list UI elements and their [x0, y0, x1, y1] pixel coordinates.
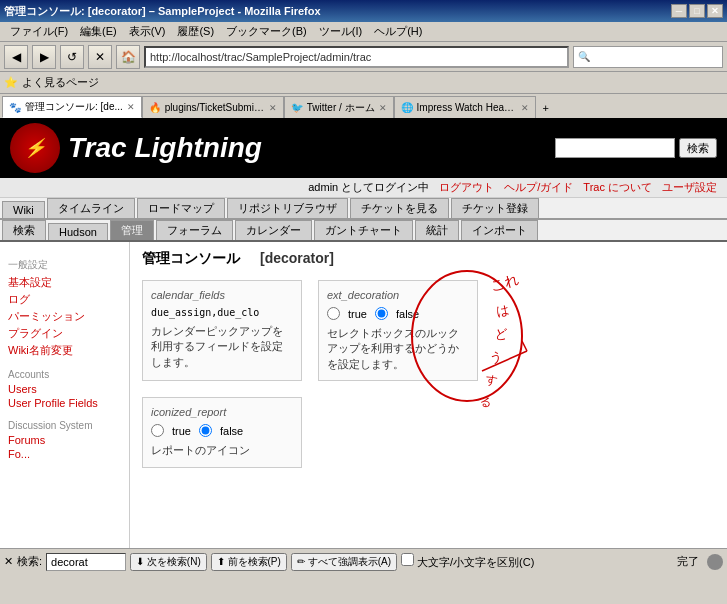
tab-forum[interactable]: フォーラム — [156, 220, 233, 240]
menu-help[interactable]: ヘルプ(H) — [368, 22, 428, 41]
window-controls: ─ □ ✕ — [671, 4, 723, 18]
settings-link[interactable]: ユーザ設定 — [662, 180, 717, 195]
sidebar-link-plugin[interactable]: プラグイン — [8, 325, 121, 342]
address-text: http://localhost/trac/SampleProject/admi… — [150, 51, 563, 63]
tab-search[interactable]: 検索 — [2, 220, 46, 240]
tab-favicon-3: 🌐 — [401, 102, 413, 113]
sidebar-link-users[interactable]: Users — [8, 382, 121, 396]
page-title: 管理コンソール — [142, 250, 240, 268]
svg-text:ど: ど — [494, 326, 508, 342]
bookmarks-label[interactable]: よく見るページ — [22, 75, 99, 90]
tab-repository[interactable]: リポジトリブラウザ — [227, 198, 348, 218]
help-link[interactable]: ヘルプ/ガイド — [504, 180, 573, 195]
menu-tools[interactable]: ツール(I) — [313, 22, 368, 41]
sidebar-link-wiki-rename[interactable]: Wiki名前変更 — [8, 342, 121, 359]
sidebar-link-basic[interactable]: 基本設定 — [8, 274, 121, 291]
stop-button[interactable]: ✕ — [88, 45, 112, 69]
search-input[interactable] — [46, 553, 126, 571]
tab-roadmap[interactable]: ロードマップ — [137, 198, 225, 218]
trac-logo-text: Trac Lightning — [68, 132, 262, 164]
page-subtitle: [decorator] — [260, 250, 334, 266]
status-right: 完了 — [677, 554, 723, 570]
logout-link[interactable]: ログアウト — [439, 180, 494, 195]
tab-close-1[interactable]: ✕ — [269, 103, 277, 113]
tab-twitter[interactable]: 🐦 Twitter / ホーム ✕ — [284, 96, 394, 118]
field-calendar-title: calendar_fields — [151, 289, 293, 301]
menu-bookmarks[interactable]: ブックマーク(B) — [220, 22, 313, 41]
close-button[interactable]: ✕ — [707, 4, 723, 18]
tab-impress[interactable]: 🌐 Impress Watch Headl... ✕ — [394, 96, 536, 118]
minimize-button[interactable]: ─ — [671, 4, 687, 18]
sidebar-section-accounts: Accounts — [8, 369, 121, 380]
trac-header: ⚡ Trac Lightning 検索 — [0, 118, 727, 178]
field-iconized-report: iconized_report true false レポートのアイコン — [142, 397, 302, 467]
sidebar-link-permission[interactable]: パーミッション — [8, 308, 121, 325]
maximize-button[interactable]: □ — [689, 4, 705, 18]
tab-admin-console[interactable]: 🐾 管理コンソール: [de... ✕ — [2, 96, 142, 118]
browser-search-box[interactable]: 🔍 — [573, 46, 723, 68]
tab-close-2[interactable]: ✕ — [379, 103, 387, 113]
field-ext-radio-group: true false — [327, 307, 469, 320]
svg-line-7 — [482, 351, 527, 371]
window-title: 管理コンソール: [decorator] – SampleProject - M… — [4, 4, 671, 19]
radio-ext-false[interactable] — [375, 307, 388, 320]
page-content: 一般設定 基本設定 ログ パーミッション プラグイン Wiki名前変更 Acco… — [0, 242, 727, 548]
reload-button[interactable]: ↺ — [60, 45, 84, 69]
menu-history[interactable]: 履歴(S) — [171, 22, 220, 41]
search-close-icon[interactable]: ✕ — [4, 555, 13, 568]
menu-view[interactable]: 表示(V) — [123, 22, 172, 41]
sidebar-link-log[interactable]: ログ — [8, 291, 121, 308]
forward-button[interactable]: ▶ — [32, 45, 56, 69]
status-bar: ✕ 検索: ⬇ 次を検索(N) ⬆ 前を検索(P) ✏ すべて強調表示(A) 大… — [0, 548, 727, 574]
tab-new-ticket[interactable]: チケット登録 — [451, 198, 539, 218]
new-tab-button[interactable]: + — [536, 98, 556, 118]
radio-ext-true[interactable] — [327, 307, 340, 320]
tab-calendar[interactable]: カレンダー — [235, 220, 312, 240]
tab-wiki[interactable]: Wiki — [2, 201, 45, 218]
tab-view-tickets[interactable]: チケットを見る — [350, 198, 449, 218]
fields-grid: calendar_fields due_assign,due_clo カレンダー… — [142, 280, 715, 381]
sidebar: 一般設定 基本設定 ログ パーミッション プラグイン Wiki名前変更 Acco… — [0, 242, 130, 548]
case-sensitive-checkbox[interactable] — [401, 553, 414, 566]
sidebar-link-fo[interactable]: Fo... — [8, 447, 121, 461]
field-ext-desc: セレクトボックスのルックアップを利用するかどうかを設定します。 — [327, 326, 469, 372]
radio-icon-true[interactable] — [151, 424, 164, 437]
main-area: 管理コンソール [decorator] calendar_fields due_… — [130, 242, 727, 548]
user-bar: admin としてログイン中 ログアウト ヘルプ/ガイド Trac について ユ… — [0, 178, 727, 198]
main-title-row: 管理コンソール [decorator] — [142, 250, 715, 268]
radio-ext-true-label: true — [348, 308, 367, 320]
tab-close-0[interactable]: ✕ — [127, 102, 135, 112]
field-icon-title: iconized_report — [151, 406, 293, 418]
sidebar-link-user-profile[interactable]: User Profile Fields — [8, 396, 121, 410]
sidebar-section-general: 一般設定 — [8, 258, 121, 272]
radio-icon-false[interactable] — [199, 424, 212, 437]
prev-search-button[interactable]: ⬆ 前を検索(P) — [211, 553, 287, 571]
tab-close-3[interactable]: ✕ — [521, 103, 529, 113]
field-icon-desc: レポートのアイコン — [151, 443, 293, 458]
tab-label-1: plugins/TicketSubmit... — [165, 102, 265, 113]
tab-stats[interactable]: 統計 — [415, 220, 459, 240]
radio-icon-false-label: false — [220, 425, 243, 437]
menu-file[interactable]: ファイル(F) — [4, 22, 74, 41]
tab-plugins[interactable]: 🔥 plugins/TicketSubmit... ✕ — [142, 96, 284, 118]
tab-gantt[interactable]: ガントチャート — [314, 220, 413, 240]
trac-search-button[interactable]: 検索 — [679, 138, 717, 158]
menu-edit[interactable]: 編集(E) — [74, 22, 123, 41]
trac-search-input[interactable] — [555, 138, 675, 158]
sidebar-link-forums[interactable]: Forums — [8, 433, 121, 447]
tab-hudson[interactable]: Hudson — [48, 223, 108, 240]
field-ext-decoration: ext_decoration true false セレクトボックスのルックアッ… — [318, 280, 478, 381]
svg-text:これ: これ — [489, 272, 520, 294]
svg-text:る: る — [478, 393, 493, 410]
address-bar[interactable]: http://localhost/trac/SampleProject/admi… — [144, 46, 569, 68]
tab-admin[interactable]: 管理 — [110, 220, 154, 240]
tab-timeline[interactable]: タイムライン — [47, 198, 135, 218]
back-button[interactable]: ◀ — [4, 45, 28, 69]
tab-import[interactable]: インポート — [461, 220, 538, 240]
field-icon-radio-group: true false — [151, 424, 293, 437]
next-search-button[interactable]: ⬇ 次を検索(N) — [130, 553, 207, 571]
highlight-all-button[interactable]: ✏ すべて強調表示(A) — [291, 553, 397, 571]
search-placeholder: 🔍 — [578, 51, 590, 62]
home-button[interactable]: 🏠 — [116, 45, 140, 69]
about-link[interactable]: Trac について — [583, 180, 652, 195]
